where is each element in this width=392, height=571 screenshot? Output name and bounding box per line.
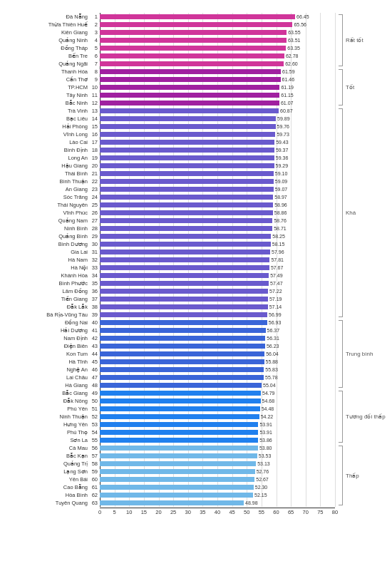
province-name: Sơn La <box>4 437 90 443</box>
province-name: Nam Định <box>4 335 90 341</box>
province-name: Lai Châu <box>4 374 90 381</box>
province-name: Cao Bằng <box>4 484 90 490</box>
bar-value: 56.04 <box>266 351 279 356</box>
province-rank: 45 <box>90 359 100 365</box>
province-name: Quảng Ninh <box>4 37 90 43</box>
bar-row: 54.48 <box>100 405 335 413</box>
province-name: Đắk Nông <box>4 398 90 404</box>
province-rank: 63 <box>90 500 100 506</box>
bar-value: 61.07 <box>281 101 294 106</box>
bar-value: 56.31 <box>267 336 279 341</box>
label-row: Cần Thơ9 <box>4 76 100 83</box>
bar-value: 63.51 <box>288 38 301 43</box>
province-name: Lâm Đồng <box>4 288 90 294</box>
axis-tick: 30 <box>185 509 191 515</box>
label-row: Cà Mau56 <box>4 444 100 452</box>
label-row: Bắc Ninh12 <box>4 99 100 107</box>
province-rank: 43 <box>90 343 100 349</box>
bar-row: 59.43 <box>100 138 335 146</box>
label-row: Đồng Tháp5 <box>4 44 100 52</box>
province-name: Quảng Ngãi <box>4 61 90 67</box>
axis-tick: 75 <box>317 509 323 515</box>
axis-tick: 70 <box>303 509 309 515</box>
bar-value: 62.78 <box>286 53 299 58</box>
bar-value: 57.96 <box>272 250 284 254</box>
province-rank: 32 <box>90 257 100 263</box>
bar <box>100 195 273 200</box>
bar-value: 66.45 <box>296 14 309 19</box>
province-rank: 33 <box>90 264 100 271</box>
bar-value: 53.80 <box>259 446 272 451</box>
province-rank: 28 <box>90 225 100 232</box>
label-row: Bình Thuận22 <box>4 178 100 185</box>
label-row: Bình Phước35 <box>4 279 100 287</box>
bar-value: 57.47 <box>270 281 283 286</box>
label-row: Tuyên Quang63 <box>4 499 100 507</box>
province-rank: 6 <box>90 53 100 59</box>
province-rank: 18 <box>90 147 100 153</box>
province-rank: 27 <box>90 217 100 224</box>
province-name: Bắc Kạn <box>4 453 90 459</box>
province-name: Thanh Hóa <box>4 68 90 75</box>
label-row: Hà Giang48 <box>4 381 100 389</box>
province-name: Tây Ninh <box>4 92 90 98</box>
province-name: Khánh Hòa <box>4 272 90 279</box>
bar <box>100 132 275 137</box>
label-row: Đắk Nông50 <box>4 397 100 405</box>
province-rank: 40 <box>90 319 100 326</box>
label-row: Ninh Thuận52 <box>4 413 100 421</box>
bar-row: 59.76 <box>100 123 335 130</box>
axis-tick: 60 <box>273 509 279 515</box>
bar <box>100 383 262 388</box>
bar <box>100 461 256 466</box>
bar-value: 61.46 <box>282 77 295 82</box>
bar-value: 56.93 <box>269 320 282 325</box>
bar-value: 54.68 <box>262 398 275 403</box>
province-name: Kiên Giang <box>4 29 90 36</box>
province-name: Yên Bái <box>4 476 90 483</box>
bar <box>100 179 274 184</box>
bar <box>100 414 259 419</box>
bar-row: 59.37 <box>100 146 335 154</box>
bar-row: 59.10 <box>100 170 335 178</box>
province-rank: 3 <box>90 29 100 36</box>
province-name: Hậu Giang <box>4 163 90 169</box>
bar-row: 61.15 <box>100 91 335 99</box>
province-name: Thái Nguyên <box>4 202 90 208</box>
axis-tick: 15 <box>141 509 147 515</box>
province-rank: 5 <box>90 45 100 51</box>
province-name: Hà Nội <box>4 264 90 271</box>
bar-value: 52.67 <box>256 477 269 482</box>
bar-value: 59.10 <box>275 171 288 176</box>
bar-row: 53.13 <box>100 460 335 468</box>
province-rank: 13 <box>90 108 100 114</box>
label-row: Khánh Hòa34 <box>4 272 100 279</box>
bar <box>100 265 269 270</box>
bar-value: 61.59 <box>282 69 295 74</box>
bar-row: 58.86 <box>100 209 335 217</box>
bar <box>100 250 270 254</box>
label-row: Bình Dương30 <box>4 240 100 248</box>
bar-value: 58.15 <box>272 242 285 247</box>
label-row: Vĩnh Long16 <box>4 130 100 138</box>
label-row: Thái Bình21 <box>4 170 100 178</box>
label-row: Nghệ An46 <box>4 366 100 374</box>
label-row: Bắc Kạn57 <box>4 452 100 460</box>
bar-row: 61.59 <box>100 68 335 76</box>
bar <box>100 187 274 192</box>
category-bracket <box>339 391 343 443</box>
province-rank: 25 <box>90 202 100 208</box>
province-name: Hà Giang <box>4 382 90 389</box>
bar-value: 61.19 <box>281 85 294 90</box>
bar-value: 58.96 <box>274 202 287 207</box>
province-name: Vĩnh Phúc <box>4 210 90 216</box>
bar <box>100 77 281 82</box>
bar-row: 62.60 <box>100 60 335 68</box>
province-rank: 11 <box>90 92 100 98</box>
bar-value: 59.76 <box>277 124 290 129</box>
bar <box>100 155 274 160</box>
axis-tick: 35 <box>200 509 205 515</box>
bar-value: 53.53 <box>259 453 272 458</box>
bar <box>100 485 254 490</box>
label-row: Sóc Trăng24 <box>4 193 100 201</box>
